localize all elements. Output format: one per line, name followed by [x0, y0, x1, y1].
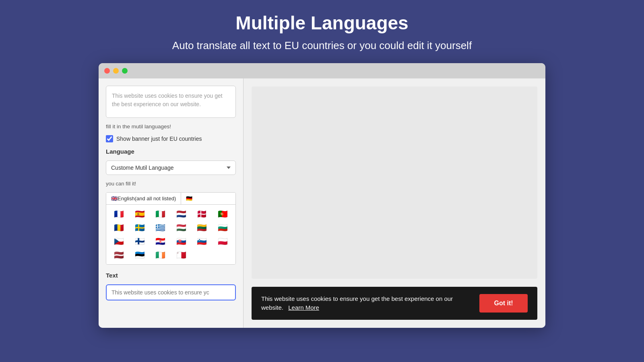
flag-si[interactable]: 🇸🇮 [192, 234, 213, 248]
flag-grid: 🇫🇷 🇪🇸 🇮🇹 🇳🇱 🇩🇰 🇵🇹 🇷🇴 🇸🇪 🇬🇷 🇭🇺 🇱🇹 🇧🇬 🇨🇿 🇫… [106, 205, 235, 264]
lang-tabs-top: 🇬🇧English(and all not listed) 🇩🇪 [106, 193, 235, 205]
page-subtitle: Auto translate all text to EU countries … [172, 39, 472, 52]
browser-window: This website uses cookies to ensure you … [99, 63, 545, 328]
flag-dk[interactable]: 🇩🇰 [192, 207, 213, 221]
learn-more-link[interactable]: Learn More [288, 304, 319, 311]
flag-ie[interactable]: 🇮🇪 [150, 248, 171, 262]
flag-lv[interactable]: 🇱🇻 [109, 248, 130, 262]
flag-sk[interactable]: 🇸🇰 [171, 234, 192, 248]
browser-content: This website uses cookies to ensure you … [99, 78, 545, 328]
right-panel: This website uses cookies to ensure you … [244, 78, 545, 328]
right-content-area [252, 86, 537, 279]
flag-fr[interactable]: 🇫🇷 [109, 207, 130, 221]
lang-tabs-container: 🇬🇧English(and all not listed) 🇩🇪 🇫🇷 🇪🇸 🇮… [106, 192, 236, 265]
fill-note: fill it in the mutil languages! [106, 123, 236, 130]
cookie-text-preview: This website uses cookies to ensure you … [106, 86, 236, 118]
flag-pl[interactable]: 🇵🇱 [213, 234, 233, 248]
flag-fi[interactable]: 🇫🇮 [130, 234, 151, 248]
flag-ee[interactable]: 🇪🇪 [130, 248, 151, 262]
got-it-button[interactable]: Got it! [479, 294, 528, 313]
page-title: Multiple Languages [235, 12, 408, 34]
language-label: Language [106, 148, 236, 155]
traffic-light-green[interactable] [122, 68, 128, 74]
traffic-light-yellow[interactable] [113, 68, 119, 74]
eu-checkbox[interactable] [106, 135, 113, 142]
flag-hu[interactable]: 🇭🇺 [171, 221, 192, 234]
cookie-banner-text: This website uses cookies to ensure you … [261, 294, 471, 313]
flag-lt[interactable]: 🇱🇹 [192, 221, 213, 234]
flag-ro[interactable]: 🇷🇴 [109, 221, 130, 234]
eu-checkbox-row: Show banner just for EU countries [106, 135, 236, 142]
flag-se[interactable]: 🇸🇪 [130, 221, 151, 234]
flag-gr[interactable]: 🇬🇷 [150, 221, 171, 234]
language-select[interactable]: Custome Mutil Language Auto Translate En… [106, 160, 236, 175]
text-label: Text [106, 272, 236, 279]
browser-titlebar [99, 63, 545, 78]
flag-cz[interactable]: 🇨🇿 [109, 234, 130, 248]
flag-mt[interactable]: 🇲🇹 [171, 248, 192, 262]
traffic-light-red[interactable] [104, 68, 110, 74]
flag-it[interactable]: 🇮🇹 [150, 207, 171, 221]
left-panel: This website uses cookies to ensure you … [99, 78, 244, 328]
flag-hr[interactable]: 🇭🇷 [150, 234, 171, 248]
flag-pt[interactable]: 🇵🇹 [213, 207, 233, 221]
tab-de[interactable]: 🇩🇪 [181, 193, 197, 204]
flag-es[interactable]: 🇪🇸 [130, 207, 151, 221]
eu-checkbox-label: Show banner just for EU countries [116, 136, 202, 142]
cookie-banner: This website uses cookies to ensure you … [252, 287, 537, 320]
flag-nl[interactable]: 🇳🇱 [171, 207, 192, 221]
tab-english[interactable]: 🇬🇧English(and all not listed) [106, 193, 181, 204]
flag-bg[interactable]: 🇧🇬 [213, 221, 233, 234]
text-input[interactable] [106, 284, 236, 300]
fill-can-note: you can fill it! [106, 181, 236, 187]
